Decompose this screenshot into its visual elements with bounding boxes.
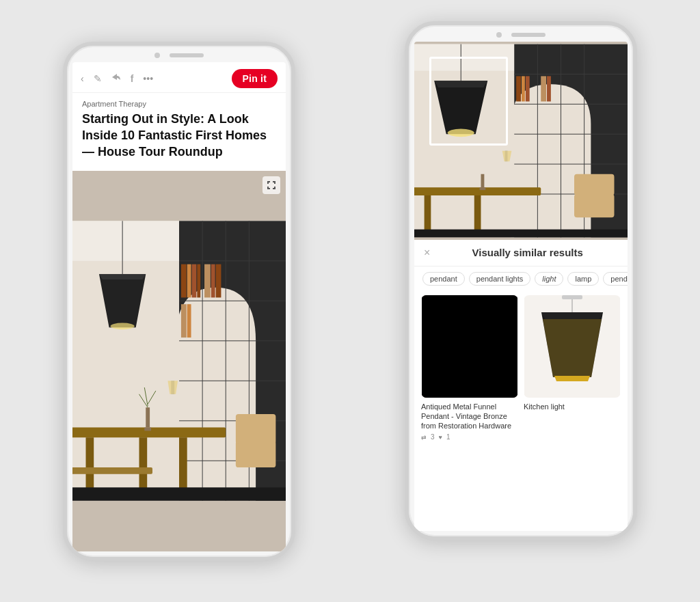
right-camera [496, 32, 502, 38]
svg-rect-34 [236, 441, 276, 467]
similar-title: Visually similar results [437, 247, 618, 258]
svg-rect-57 [522, 76, 525, 101]
article-info: Apartment Therapy Starting Out in Style:… [72, 93, 286, 172]
result-meta-1: ⇄ 3 ♥ 1 [421, 433, 518, 441]
svg-rect-27 [72, 467, 152, 474]
facebook-icon[interactable]: f [131, 73, 134, 84]
article-source: Apartment Therapy [82, 100, 276, 108]
left-phone-top-bar [67, 46, 291, 62]
interior-scene [72, 171, 286, 551]
svg-rect-68 [574, 194, 615, 217]
svg-rect-18 [216, 264, 221, 298]
repin-icon: ⇄ [421, 434, 427, 441]
tag-light[interactable]: light [535, 272, 563, 286]
selection-box [429, 57, 508, 146]
repin-count: 3 [431, 433, 435, 441]
result-card-2[interactable]: Kitchen light [524, 295, 621, 527]
tag-pendant-lights[interactable]: pendant lights [469, 272, 531, 286]
svg-rect-16 [204, 264, 211, 298]
tag-pendant[interactable]: pendant [422, 272, 465, 286]
result-title-1: Antiqued Metal Funnel Pendant - Vintage … [421, 402, 518, 431]
tags-row: pendant pendant lights light lamp pendan… [414, 266, 628, 291]
svg-rect-44 [274, 187, 275, 189]
svg-rect-35 [236, 414, 276, 444]
similar-header: × Visually similar results [414, 240, 628, 266]
svg-rect-60 [547, 76, 551, 101]
svg-rect-58 [526, 76, 530, 101]
svg-rect-19 [181, 305, 187, 338]
close-button[interactable]: × [424, 247, 430, 259]
results-grid: Antiqued Metal Funnel Pendant - Vintage … [414, 291, 628, 531]
tag-pendant-lamps[interactable]: pendant lamps [603, 272, 628, 286]
right-phone-screen: × Visually similar results pendant penda… [414, 42, 628, 531]
svg-rect-28 [146, 408, 150, 428]
zoom-icon[interactable] [262, 176, 280, 194]
article-title: Starting Out in Style: A Look Inside 10 … [82, 111, 276, 161]
svg-point-22 [111, 323, 135, 330]
svg-rect-63 [414, 187, 541, 195]
left-image-container [72, 171, 286, 551]
similar-results-panel: × Visually similar results pendant penda… [414, 240, 628, 531]
svg-rect-56 [516, 76, 521, 101]
result-image-2 [524, 295, 621, 398]
svg-rect-71 [414, 229, 628, 237]
right-speaker [511, 33, 546, 37]
more-icon[interactable]: ••• [143, 73, 153, 84]
left-speaker [170, 53, 204, 57]
svg-rect-12 [181, 264, 187, 298]
tag-lamp[interactable]: lamp [567, 272, 599, 286]
svg-rect-20 [187, 305, 191, 338]
svg-rect-29 [144, 428, 151, 431]
svg-rect-38 [267, 181, 269, 184]
svg-rect-67 [480, 187, 486, 190]
heart-count: 1 [446, 433, 450, 441]
svg-rect-42 [267, 187, 269, 189]
left-camera [154, 53, 160, 58]
right-phone-top-bar [409, 25, 633, 42]
svg-rect-13 [187, 264, 191, 298]
svg-rect-69 [574, 174, 615, 195]
heart-icon: ♥ [439, 434, 442, 441]
result-card-1[interactable]: Antiqued Metal Funnel Pendant - Vintage … [421, 295, 518, 527]
svg-rect-75 [422, 295, 517, 398]
back-icon[interactable]: ‹ [81, 73, 84, 84]
svg-rect-14 [192, 264, 197, 298]
result-image-1 [421, 295, 518, 398]
svg-rect-17 [211, 264, 215, 298]
right-top-image [414, 42, 628, 240]
result-title-2: Kitchen light [524, 402, 621, 411]
svg-rect-36 [72, 488, 286, 502]
svg-rect-59 [541, 76, 546, 101]
left-phone: ‹ ✎ f ••• Pin it Apartment Therapy Start… [63, 42, 295, 561]
right-phone: × Visually similar results pendant penda… [405, 21, 637, 541]
svg-rect-40 [274, 181, 275, 184]
edit-icon[interactable]: ✎ [94, 73, 102, 84]
svg-rect-78 [562, 295, 582, 299]
svg-rect-66 [481, 174, 485, 187]
share-icon[interactable] [111, 72, 121, 84]
toolbar-icons: ‹ ✎ f ••• [81, 72, 232, 84]
left-toolbar: ‹ ✎ f ••• Pin it [72, 62, 286, 93]
left-phone-screen: ‹ ✎ f ••• Pin it Apartment Therapy Start… [72, 62, 286, 551]
svg-rect-15 [197, 264, 200, 298]
pin-it-button[interactable]: Pin it [232, 69, 278, 88]
